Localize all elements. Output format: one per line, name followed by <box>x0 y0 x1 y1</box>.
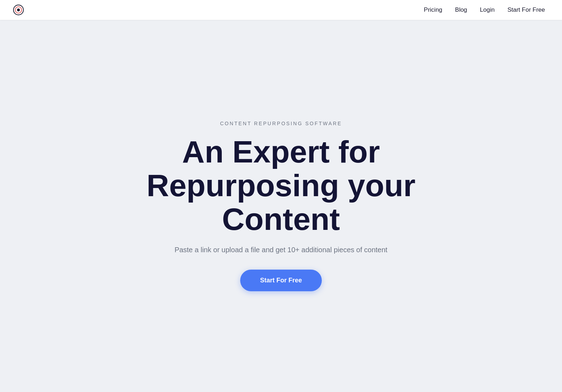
nav-pricing[interactable]: Pricing <box>424 6 442 13</box>
hero-title: An Expert for Repurposing your Content <box>147 135 415 236</box>
nav-blog[interactable]: Blog <box>455 6 467 13</box>
hero-eyebrow: CONTENT REPURPOSING SOFTWARE <box>220 121 342 126</box>
logo[interactable] <box>13 4 24 16</box>
svg-point-2 <box>17 9 20 11</box>
hero-title-line3: Content <box>222 201 340 237</box>
hero-title-line1: An Expert for <box>182 134 380 169</box>
nav-login[interactable]: Login <box>480 6 495 13</box>
hero-title-line2: Repurposing your <box>147 168 415 203</box>
hero-subtitle: Paste a link or upload a file and get 10… <box>175 246 387 254</box>
nav-links: Pricing Blog Login Start For Free <box>424 6 545 13</box>
nav-start-free-button[interactable]: Start For Free <box>507 6 545 13</box>
hero-start-free-button[interactable]: Start For Free <box>240 270 322 291</box>
logo-icon <box>13 4 24 16</box>
hero-section: CONTENT REPURPOSING SOFTWARE An Expert f… <box>0 0 562 392</box>
navbar: Pricing Blog Login Start For Free <box>0 0 562 20</box>
